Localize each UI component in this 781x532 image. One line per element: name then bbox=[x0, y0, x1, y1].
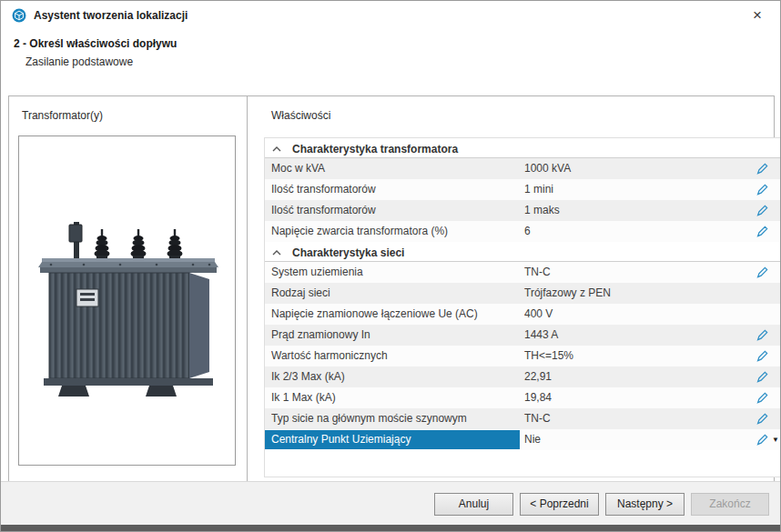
property-label: Centralny Punkt Uziemiający bbox=[265, 430, 520, 449]
property-label: Ilość transformatorów bbox=[271, 179, 515, 200]
transformer-image-box bbox=[18, 136, 236, 466]
collapse-chevron-icon[interactable] bbox=[272, 242, 281, 262]
property-row[interactable]: System uziemienia TN-C bbox=[265, 262, 780, 283]
property-value: 22,91 bbox=[524, 366, 552, 387]
property-row[interactable]: Typ sicie na głównym moście szynowym TN-… bbox=[265, 408, 780, 429]
section-label: Charakterystyka sieci bbox=[292, 246, 404, 259]
step-title: 2 - Określ właściwości dopływu bbox=[14, 37, 177, 50]
window-title: Asystent tworzenia lokalizacji bbox=[34, 9, 188, 22]
finish-button: Zakończ bbox=[691, 493, 769, 516]
properties-list: Charakterystyka transformatora Moc w kVA… bbox=[264, 137, 781, 477]
property-value: 1443 A bbox=[524, 325, 558, 346]
property-value: TH<=15% bbox=[524, 346, 573, 366]
section-header[interactable]: Charakterystyka sieci bbox=[265, 242, 780, 262]
property-value: 1000 kVA bbox=[524, 158, 571, 179]
edit-pencil-icon[interactable] bbox=[756, 392, 768, 404]
property-label: Prąd znamionowy In bbox=[271, 325, 515, 346]
property-value: 1 maks bbox=[524, 200, 560, 221]
property-row[interactable]: Centralny Punkt Uziemiający Nie ▼ bbox=[265, 429, 780, 450]
property-row[interactable]: Rodzaj sieci Trójfazowy z PEN bbox=[265, 283, 780, 304]
properties-panel: Właściwości Charakterystyka transformato… bbox=[248, 96, 774, 481]
property-value: 19,84 bbox=[524, 387, 552, 408]
property-row[interactable]: Prąd znamionowy In 1443 A bbox=[265, 325, 780, 346]
transformer-panel: Transformator(y) bbox=[9, 96, 248, 481]
property-label: Moc w kVA bbox=[271, 158, 515, 179]
edit-pencil-icon[interactable] bbox=[756, 350, 768, 362]
transformer-image bbox=[29, 222, 225, 399]
title-bar: Asystent tworzenia lokalizacji × bbox=[1, 1, 780, 30]
next-button[interactable]: Następny > bbox=[605, 493, 685, 516]
property-label: Napięcie zwarcia transformatora (%) bbox=[271, 221, 515, 242]
property-value: TN-C bbox=[524, 262, 551, 283]
property-label: Napięcie znamionowe łączeniowe Ue (AC) bbox=[271, 304, 515, 325]
dropdown-arrow-icon[interactable]: ▼ bbox=[772, 436, 779, 444]
property-row[interactable]: Ik 2/3 Max (kA) 22,91 bbox=[265, 366, 780, 387]
cancel-button[interactable]: Anuluj bbox=[434, 493, 513, 516]
step-subtitle: Zasilanie podstawowe bbox=[25, 55, 133, 68]
edit-pencil-icon[interactable] bbox=[756, 266, 768, 278]
property-row[interactable]: Ilość transformatorów 1 mini bbox=[265, 179, 780, 200]
property-value: 400 V bbox=[524, 304, 553, 325]
section-label: Charakterystyka transformatora bbox=[292, 143, 458, 156]
app-logo-icon bbox=[12, 8, 26, 23]
content-area: Transformator(y) bbox=[8, 95, 775, 482]
property-label: System uziemienia bbox=[271, 262, 515, 283]
property-row[interactable]: Ilość transformatorów 1 maks bbox=[265, 200, 780, 221]
wizard-dialog: Asystent tworzenia lokalizacji × 2 - Okr… bbox=[0, 0, 781, 532]
window-bottom-edge bbox=[1, 525, 780, 531]
edit-pencil-icon[interactable] bbox=[756, 434, 768, 446]
edit-pencil-icon[interactable] bbox=[756, 205, 768, 216]
edit-pencil-icon[interactable] bbox=[756, 184, 768, 196]
property-row[interactable]: Napięcie znamionowe łączeniowe Ue (AC) 4… bbox=[265, 304, 780, 325]
edit-pencil-icon[interactable] bbox=[756, 371, 768, 383]
property-value: Nie bbox=[524, 429, 541, 450]
properties-panel-title: Właściwości bbox=[271, 109, 330, 122]
property-value: TN-C bbox=[524, 408, 551, 429]
property-label: Typ sicie na głównym moście szynowym bbox=[271, 408, 515, 429]
section-header[interactable]: Charakterystyka transformatora bbox=[265, 138, 780, 158]
property-label: Ilość transformatorów bbox=[271, 200, 515, 221]
footer-bar: Anuluj < Poprzedni Następny > Zakończ bbox=[1, 481, 780, 527]
previous-button[interactable]: < Poprzedni bbox=[520, 493, 599, 516]
property-label: Wartość harmonicznych bbox=[271, 346, 515, 366]
property-value: 6 bbox=[524, 221, 531, 242]
edit-pencil-icon[interactable] bbox=[756, 226, 768, 237]
property-label: Ik 1 Max (kA) bbox=[271, 387, 515, 408]
property-label: Rodzaj sieci bbox=[271, 283, 515, 304]
property-label: Ik 2/3 Max (kA) bbox=[271, 366, 515, 387]
property-row[interactable]: Moc w kVA 1000 kVA bbox=[265, 158, 780, 179]
transformer-panel-title: Transformator(y) bbox=[22, 109, 103, 122]
edit-pencil-icon[interactable] bbox=[756, 163, 768, 175]
property-value: 1 mini bbox=[524, 179, 553, 200]
edit-pencil-icon[interactable] bbox=[756, 413, 768, 425]
property-row[interactable]: Napięcie zwarcia transformatora (%) 6 bbox=[265, 221, 780, 242]
collapse-chevron-icon[interactable] bbox=[272, 138, 281, 158]
close-icon[interactable]: × bbox=[747, 5, 767, 25]
edit-pencil-icon[interactable] bbox=[756, 329, 768, 341]
property-row[interactable]: Ik 1 Max (kA) 19,84 bbox=[265, 387, 780, 408]
property-row[interactable]: Wartość harmonicznych TH<=15% bbox=[265, 346, 780, 366]
property-value: Trójfazowy z PEN bbox=[524, 283, 611, 304]
